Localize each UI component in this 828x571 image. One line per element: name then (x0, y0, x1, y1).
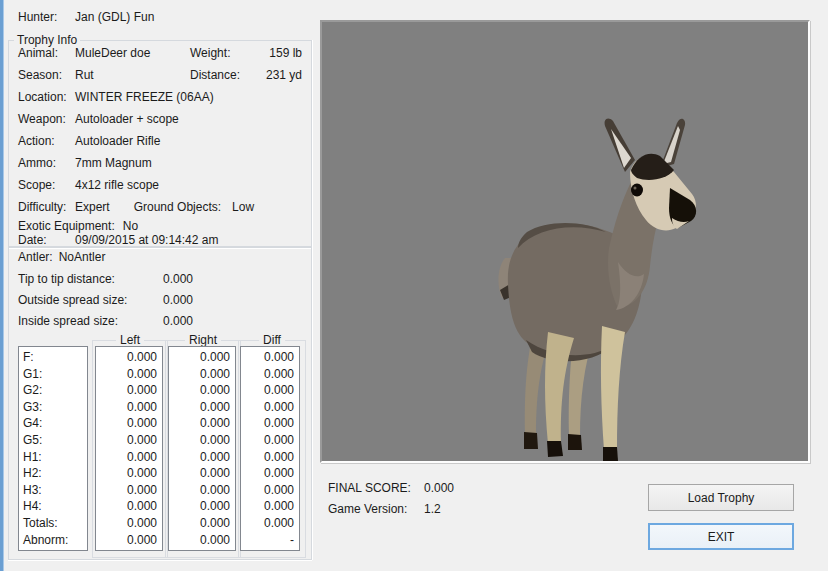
mule-deer-image (322, 22, 808, 461)
difficulty-row: Difficulty: Expert Ground Objects: Low (18, 200, 254, 214)
diff-value: 0.000 (241, 498, 299, 515)
diff-value: 0.000 (241, 449, 299, 466)
row-label: G4: (19, 415, 87, 432)
game-version-row: Game Version: 1.2 (328, 502, 441, 516)
action-value: Autoloader Rifle (75, 134, 160, 148)
row-label: G5: (19, 432, 87, 449)
final-score-value: 0.000 (424, 481, 454, 495)
trophy-info-legend: Trophy Info (14, 33, 80, 47)
right-value: 0.000 (169, 415, 235, 432)
row-label: Totals: (19, 515, 87, 532)
scope-row: Scope: 4x12 rifle scope (18, 178, 159, 192)
antler-row: Antler: NoAntler (18, 250, 105, 264)
animal-value: MuleDeer doe (75, 46, 190, 60)
date-row: Date: 09/09/2015 at 09:14:42 am (18, 233, 218, 247)
right-value: 0.000 (169, 515, 235, 532)
row-label: H3: (19, 482, 87, 499)
trophy-viewer-window: Hunter: Jan (GDL) Fun Trophy Info Animal… (0, 0, 828, 571)
row-label: Abnorm: (19, 532, 87, 549)
weapon-label: Weapon: (18, 112, 75, 126)
animal-label: Animal: (18, 46, 75, 60)
diff-value: 0.000 (241, 366, 299, 383)
scope-label: Scope: (18, 178, 75, 192)
season-row: Season: Rut Distance: 231 yd (18, 68, 302, 82)
hunter-label: Hunter: (18, 10, 75, 24)
left-values-listbox[interactable]: 0.000 0.000 0.000 0.000 0.000 0.000 0.00… (95, 346, 163, 551)
left-value: 0.000 (96, 349, 162, 366)
exit-button[interactable]: EXIT (648, 523, 794, 550)
row-label: G3: (19, 399, 87, 416)
game-version-value: 1.2 (424, 502, 441, 516)
scope-value: 4x12 rifle scope (75, 178, 159, 192)
diff-value: 0.000 (241, 382, 299, 399)
location-label: Location: (18, 90, 75, 104)
row-label: H2: (19, 465, 87, 482)
season-value: Rut (75, 68, 190, 82)
right-value: 0.000 (169, 366, 235, 383)
inside-spread-label: Inside spread size: (18, 314, 163, 328)
left-value: 0.000 (96, 532, 162, 549)
difficulty-value: Expert (75, 200, 110, 214)
exotic-equipment-label: Exotic Equipment: (18, 219, 115, 233)
hunter-value: Jan (GDL) Fun (75, 10, 154, 24)
left-value: 0.000 (96, 415, 162, 432)
right-values-listbox[interactable]: 0.000 0.000 0.000 0.000 0.000 0.000 0.00… (168, 346, 236, 551)
left-value: 0.000 (96, 432, 162, 449)
right-value: 0.000 (169, 382, 235, 399)
load-trophy-button[interactable]: Load Trophy (648, 484, 794, 511)
diff-value: 0.000 (241, 515, 299, 532)
ammo-value: 7mm Magnum (75, 156, 152, 170)
left-value: 0.000 (96, 449, 162, 466)
weapon-value: Autoloader + scope (75, 112, 179, 126)
left-value: 0.000 (96, 465, 162, 482)
antler-value: NoAntler (59, 250, 106, 264)
action-row: Action: Autoloader Rifle (18, 134, 160, 148)
row-label: H4: (19, 498, 87, 515)
tip-to-tip-row: Tip to tip distance: 0.000 (18, 272, 193, 286)
date-label: Date: (18, 233, 75, 247)
right-value: 0.000 (169, 399, 235, 416)
location-row: Location: WINTER FREEZE (06AA) (18, 90, 214, 104)
diff-value: 0.000 (241, 399, 299, 416)
action-label: Action: (18, 134, 75, 148)
row-label: G2: (19, 382, 87, 399)
right-column-header: Right (185, 333, 221, 347)
diff-value: - (241, 532, 299, 549)
ground-objects-value: Low (232, 200, 254, 214)
antler-label: Antler: (18, 250, 53, 264)
left-value: 0.000 (96, 498, 162, 515)
weapon-row: Weapon: Autoloader + scope (18, 112, 179, 126)
left-value: 0.000 (96, 482, 162, 499)
outside-spread-row: Outside spread size: 0.000 (18, 293, 193, 307)
hunter-row: Hunter: Jan (GDL) Fun (18, 10, 154, 24)
season-label: Season: (18, 68, 75, 82)
game-version-label: Game Version: (328, 502, 424, 516)
outside-spread-label: Outside spread size: (18, 293, 163, 307)
right-value: 0.000 (169, 482, 235, 499)
ground-objects-label: Ground Objects: (134, 200, 221, 214)
trophy-3d-viewport[interactable] (320, 20, 810, 463)
diff-values-listbox[interactable]: 0.000 0.000 0.000 0.000 0.000 0.000 0.00… (240, 346, 300, 551)
right-value: 0.000 (169, 349, 235, 366)
outside-spread-value: 0.000 (163, 293, 193, 307)
date-value: 09/09/2015 at 09:14:42 am (75, 233, 218, 247)
ammo-row: Ammo: 7mm Magnum (18, 156, 152, 170)
diff-value: 0.000 (241, 482, 299, 499)
exotic-equipment-value: No (123, 219, 138, 233)
right-value: 0.000 (169, 449, 235, 466)
left-value: 0.000 (96, 399, 162, 416)
window-left-border (0, 0, 4, 571)
right-value: 0.000 (169, 465, 235, 482)
final-score-row: FINAL SCORE: 0.000 (328, 481, 454, 495)
right-value: 0.000 (169, 532, 235, 549)
difficulty-label: Difficulty: (18, 200, 75, 214)
animal-row: Animal: MuleDeer doe Weight: 159 lb (18, 46, 302, 60)
right-value: 0.000 (169, 432, 235, 449)
right-value: 0.000 (169, 498, 235, 515)
inside-spread-value: 0.000 (163, 314, 193, 328)
row-label: G1: (19, 366, 87, 383)
weight-value: 159 lb (254, 46, 302, 60)
row-label: H1: (19, 449, 87, 466)
left-value: 0.000 (96, 366, 162, 383)
measurement-labels-listbox[interactable]: F: G1: G2: G3: G4: G5: H1: H2: H3: H4: T… (18, 346, 88, 551)
